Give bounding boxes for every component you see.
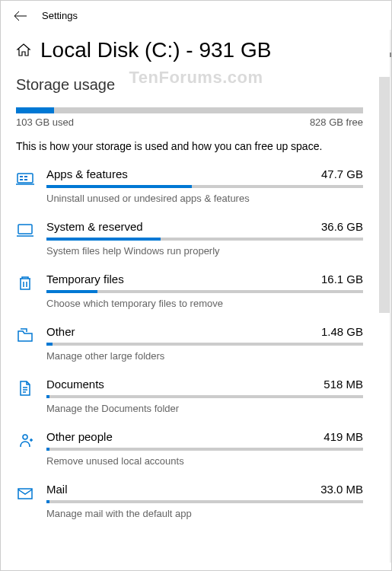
- category-bar: [46, 343, 363, 346]
- laptop-icon: [16, 222, 34, 240]
- category-bar-fill: [46, 290, 97, 293]
- scrollbar-thumb[interactable]: [379, 77, 390, 313]
- category-name: Documents: [46, 378, 104, 391]
- document-icon: [16, 379, 34, 397]
- trash-icon: [16, 274, 34, 292]
- page-title: Local Disk (C:) - 931 GB: [40, 38, 271, 62]
- apps-icon: [16, 169, 34, 187]
- category-size: 36.6 GB: [321, 220, 363, 233]
- svg-rect-1: [20, 176, 23, 177]
- category-mail[interactable]: Mail 33.0 MB Manage mail with the defaul…: [16, 483, 363, 520]
- category-trash[interactable]: Temporary files 16.1 GB Choose which tem…: [16, 273, 363, 310]
- category-bar-fill: [46, 500, 49, 503]
- page-title-row: Local Disk (C:) - 931 GB: [16, 38, 376, 62]
- category-hint: Choose which temporary files to remove: [46, 298, 363, 309]
- outer-scrollbar[interactable]: [390, 30, 391, 563]
- category-bar: [46, 185, 363, 188]
- category-bar: [46, 500, 363, 503]
- svg-rect-4: [24, 176, 27, 177]
- svg-rect-2: [20, 179, 23, 180]
- people-icon: [16, 432, 34, 450]
- category-name: Apps & features: [46, 167, 128, 180]
- category-hint: Remove unused local accounts: [46, 455, 363, 467]
- category-bar-fill: [46, 185, 192, 188]
- category-hint: System files help Windows run properly: [46, 245, 363, 257]
- total-usage-bar: 103 GB used 828 GB free: [16, 107, 376, 128]
- description: This is how your storage is used and how…: [16, 140, 376, 152]
- category-bar: [46, 238, 363, 241]
- category-size: 33.0 MB: [320, 483, 363, 496]
- section-heading: Storage usage: [16, 76, 376, 94]
- back-arrow-icon: [14, 11, 27, 21]
- home-icon: [16, 43, 31, 58]
- svg-rect-3: [24, 179, 27, 180]
- category-bar-fill: [46, 343, 53, 346]
- svg-point-7: [23, 435, 27, 439]
- category-name: Temporary files: [46, 273, 124, 286]
- category-apps[interactable]: Apps & features 47.7 GB Uninstall unused…: [16, 167, 363, 205]
- category-size: 16.1 GB: [321, 273, 363, 286]
- category-size: 518 MB: [323, 378, 363, 391]
- category-people[interactable]: Other people 419 MB Remove unused local …: [16, 430, 363, 467]
- svg-rect-6: [18, 225, 32, 234]
- used-label: 103 GB used: [16, 116, 74, 128]
- category-hint: Manage other large folders: [46, 350, 363, 362]
- svg-rect-0: [18, 174, 33, 183]
- category-name: Other people: [46, 430, 113, 443]
- category-bar: [46, 448, 363, 451]
- free-label: 828 GB free: [310, 116, 363, 128]
- category-name: System & reserved: [46, 220, 143, 233]
- category-bar-fill: [46, 238, 161, 241]
- category-laptop[interactable]: System & reserved 36.6 GB System files h…: [16, 220, 363, 257]
- category-bar-fill: [46, 395, 49, 398]
- back-button[interactable]: [13, 11, 28, 21]
- category-size: 419 MB: [323, 430, 363, 443]
- window-header: Settings: [1, 1, 391, 27]
- mail-icon: [16, 484, 34, 502]
- folder-icon: [16, 327, 34, 345]
- category-bar: [46, 395, 363, 398]
- category-folder[interactable]: Other 1.48 GB Manage other large folders: [16, 325, 363, 362]
- category-hint: Manage mail with the default app: [46, 508, 363, 519]
- category-hint: Uninstall unused or undesired apps & fea…: [46, 193, 363, 204]
- category-hint: Manage the Documents folder: [46, 403, 363, 414]
- category-name: Mail: [46, 483, 68, 496]
- category-bar: [46, 290, 363, 293]
- category-name: Other: [46, 325, 75, 338]
- category-size: 1.48 GB: [321, 325, 363, 338]
- total-usage-fill: [16, 107, 54, 113]
- category-bar-fill: [46, 448, 49, 451]
- category-size: 47.7 GB: [321, 167, 363, 180]
- category-document[interactable]: Documents 518 MB Manage the Documents fo…: [16, 378, 363, 415]
- window-title: Settings: [42, 10, 78, 21]
